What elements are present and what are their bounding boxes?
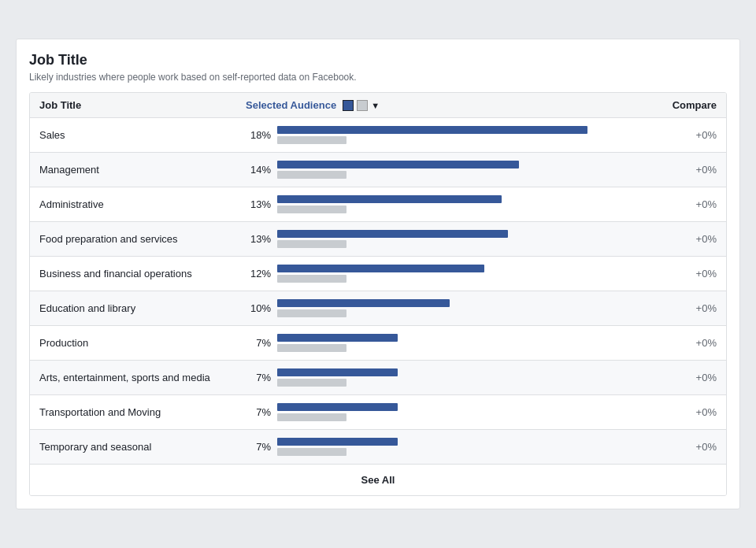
table-row: Administrative 13% +0% — [30, 187, 726, 222]
row-label: Food preparation and services — [39, 233, 246, 245]
compare-value: +0% — [622, 302, 717, 314]
compare-value: +0% — [622, 406, 717, 418]
bar-gray — [277, 171, 346, 179]
bar-blue — [277, 230, 508, 238]
bar-blue — [277, 368, 398, 376]
bar-container — [277, 403, 622, 421]
bar-blue — [277, 299, 450, 307]
row-label: Transportation and Moving — [39, 406, 246, 418]
table-row: Management 14% +0% — [30, 153, 726, 187]
data-table: Job Title Selected Audience ▼ Compare Sa… — [29, 92, 727, 496]
pct-label: 13% — [246, 198, 271, 210]
pct-label: 10% — [246, 302, 271, 314]
bar-cell: 14% — [246, 161, 622, 179]
bar-blue — [277, 161, 519, 168]
bar-gray — [277, 379, 346, 387]
card-subtitle: Likely industries where people work base… — [29, 72, 727, 83]
row-label: Education and library — [39, 302, 246, 314]
bar-blue — [277, 126, 587, 134]
row-label: Sales — [39, 129, 246, 141]
bar-cell: 10% — [246, 299, 622, 317]
table-row: Temporary and seasonal 7% +0% — [30, 430, 726, 464]
row-label: Business and financial operations — [39, 268, 246, 280]
bar-container — [277, 334, 622, 352]
pct-label: 12% — [246, 268, 271, 280]
compare-value: +0% — [622, 129, 717, 141]
bar-cell: 7% — [246, 368, 622, 387]
row-label: Arts, entertainment, sports and media — [39, 372, 246, 383]
bar-container — [277, 230, 622, 248]
bar-gray — [277, 344, 346, 352]
dropdown-arrow-icon[interactable]: ▼ — [371, 101, 380, 110]
pct-label: 7% — [246, 372, 271, 383]
row-label: Management — [39, 164, 246, 176]
bar-container — [277, 299, 622, 317]
bar-container — [277, 438, 622, 456]
bar-cell: 7% — [246, 403, 622, 421]
bar-gray — [277, 448, 346, 456]
table-row: Production 7% +0% — [30, 326, 726, 361]
bar-blue — [277, 438, 398, 446]
table-row: Transportation and Moving 7% +0% — [30, 395, 726, 430]
compare-value: +0% — [622, 164, 717, 176]
see-all-row: See All — [30, 464, 726, 495]
pct-label: 7% — [246, 337, 271, 349]
bar-gray — [277, 309, 346, 317]
table-row: Arts, entertainment, sports and media 7%… — [30, 361, 726, 395]
bar-cell: 13% — [246, 195, 622, 213]
bar-cell: 7% — [246, 334, 622, 352]
compare-value: +0% — [622, 198, 717, 210]
pct-label: 7% — [246, 441, 271, 453]
bar-container — [277, 126, 622, 144]
bar-cell: 18% — [246, 126, 622, 144]
card-title: Job Title — [29, 52, 727, 68]
bar-gray — [277, 413, 346, 421]
bar-container — [277, 195, 622, 213]
row-label: Administrative — [39, 198, 246, 210]
column-job-title: Job Title — [39, 99, 246, 111]
job-title-card: Job Title Likely industries where people… — [16, 39, 740, 509]
bar-gray — [277, 136, 346, 144]
bar-container — [277, 265, 622, 283]
table-row: Business and financial operations 12% +0… — [30, 257, 726, 291]
bar-cell: 7% — [246, 438, 622, 456]
pct-label: 18% — [246, 129, 271, 141]
row-label: Temporary and seasonal — [39, 441, 246, 453]
pct-label: 14% — [246, 164, 271, 176]
table-row: Education and library 10% +0% — [30, 291, 726, 326]
bar-gray — [277, 275, 346, 283]
column-selected-audience: Selected Audience ▼ — [246, 99, 622, 111]
compare-value: +0% — [622, 233, 717, 245]
table-header: Job Title Selected Audience ▼ Compare — [30, 93, 726, 118]
compare-value: +0% — [622, 372, 717, 383]
column-compare: Compare — [622, 99, 717, 111]
bar-blue — [277, 265, 484, 272]
compare-value: +0% — [622, 268, 717, 280]
bar-container — [277, 368, 622, 387]
bar-blue — [277, 195, 502, 203]
bar-gray — [277, 206, 346, 213]
table-row: Food preparation and services 13% +0% — [30, 222, 726, 257]
row-label: Production — [39, 337, 246, 349]
bar-blue — [277, 403, 398, 411]
pct-label: 13% — [246, 233, 271, 245]
bar-cell: 13% — [246, 230, 622, 248]
legend-gray-icon — [357, 100, 368, 111]
see-all-button[interactable]: See All — [361, 474, 395, 486]
legend-icons: ▼ — [343, 100, 380, 111]
compare-value: +0% — [622, 337, 717, 349]
bar-gray — [277, 240, 346, 248]
table-row: Sales 18% +0% — [30, 118, 726, 153]
legend-blue-icon — [343, 100, 354, 111]
bar-cell: 12% — [246, 265, 622, 283]
table-body: Sales 18% +0% Management 14% +0% Adminis… — [30, 118, 726, 464]
bar-blue — [277, 334, 398, 342]
compare-value: +0% — [622, 441, 717, 453]
bar-container — [277, 161, 622, 179]
pct-label: 7% — [246, 406, 271, 418]
